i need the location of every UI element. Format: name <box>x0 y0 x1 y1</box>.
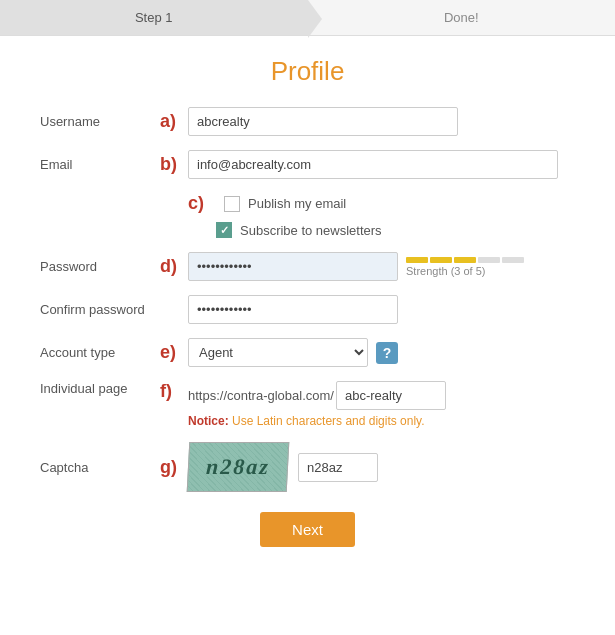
email-label: Email <box>40 157 160 172</box>
password-inner: Strength (3 of 5) <box>188 252 524 281</box>
email-row: Email b) <box>40 150 575 179</box>
checkbox-letter: c) <box>188 193 216 214</box>
strength-seg-2 <box>430 257 452 263</box>
publish-email-label: Publish my email <box>248 196 346 211</box>
url-row: https://contra-global.com/ <box>188 381 446 410</box>
step-done-label: Done! <box>444 10 479 25</box>
individual-page-inner: https://contra-global.com/ Notice: Use L… <box>188 381 446 428</box>
url-prefix: https://contra-global.com/ <box>188 388 334 403</box>
strength-label: Strength (3 of 5) <box>406 265 486 277</box>
account-type-label: Account type <box>40 345 160 360</box>
email-letter: b) <box>160 154 188 175</box>
newsletters-label: Subscribe to newsletters <box>240 223 382 238</box>
newsletters-checkbox[interactable] <box>216 222 232 238</box>
captcha-letter: g) <box>160 457 188 478</box>
account-type-select[interactable]: Agent Individual Company <box>188 338 368 367</box>
strength-area: Strength (3 of 5) <box>406 257 524 277</box>
individual-page-letter: f) <box>160 381 188 402</box>
captcha-input[interactable] <box>298 453 378 482</box>
publish-email-row: c) Publish my email <box>188 193 575 214</box>
strength-seg-5 <box>502 257 524 263</box>
step-done: Done! <box>308 0 616 35</box>
strength-seg-3 <box>454 257 476 263</box>
confirm-password-label: Confirm password <box>40 302 160 317</box>
account-type-row: Account type e) Agent Individual Company… <box>40 338 575 367</box>
password-label: Password <box>40 259 160 274</box>
username-letter: a) <box>160 111 188 132</box>
account-type-letter: e) <box>160 342 188 363</box>
captcha-row-inner: n28az <box>188 442 378 492</box>
step-bar: Step 1 Done! <box>0 0 615 36</box>
password-letter: d) <box>160 256 188 277</box>
username-row: Username a) <box>40 107 575 136</box>
captcha-row: Captcha g) n28az <box>40 442 575 492</box>
username-input[interactable] <box>188 107 458 136</box>
main-content: Profile Username a) Email b) c) Publish … <box>0 36 615 577</box>
strength-bar <box>406 257 524 263</box>
step-1-label: Step 1 <box>135 10 173 25</box>
strength-seg-4 <box>478 257 500 263</box>
page-title: Profile <box>40 56 575 87</box>
individual-page-label: Individual page <box>40 381 160 396</box>
confirm-password-row: Confirm password a) <box>40 295 575 324</box>
individual-page-row: Individual page f) https://contra-global… <box>40 381 575 428</box>
captcha-image: n28az <box>187 442 290 492</box>
password-input[interactable] <box>188 252 398 281</box>
next-btn-row: Next <box>40 512 575 547</box>
help-button[interactable]: ? <box>376 342 398 364</box>
confirm-password-input[interactable] <box>188 295 398 324</box>
notice-bold: Notice: <box>188 414 229 428</box>
strength-seg-1 <box>406 257 428 263</box>
email-input[interactable] <box>188 150 558 179</box>
username-label: Username <box>40 114 160 129</box>
step-1: Step 1 <box>0 0 308 35</box>
newsletters-row: Subscribe to newsletters <box>188 222 575 238</box>
password-row: Password d) Strength (3 of 5) <box>40 252 575 281</box>
notice-rest: Use Latin characters and digits only. <box>229 414 425 428</box>
captcha-noise <box>188 443 289 491</box>
captcha-label: Captcha <box>40 460 160 475</box>
slug-input[interactable] <box>336 381 446 410</box>
publish-email-checkbox[interactable] <box>224 196 240 212</box>
checkbox-area: c) Publish my email Subscribe to newslet… <box>40 193 575 238</box>
next-button[interactable]: Next <box>260 512 355 547</box>
notice-text: Notice: Use Latin characters and digits … <box>188 414 446 428</box>
